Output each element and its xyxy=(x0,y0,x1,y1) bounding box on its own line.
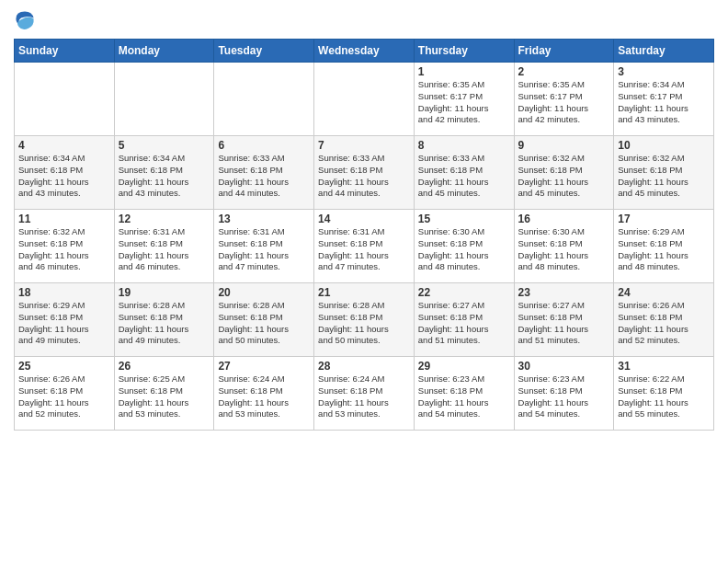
day-info: Sunrise: 6:22 AM Sunset: 6:18 PM Dayligh… xyxy=(618,373,710,420)
day-info: Sunrise: 6:28 AM Sunset: 6:18 PM Dayligh… xyxy=(119,300,210,347)
day-number: 17 xyxy=(618,213,710,225)
calendar-cell: 27Sunrise: 6:24 AM Sunset: 6:18 PM Dayli… xyxy=(214,357,314,431)
weekday-friday: Friday xyxy=(514,40,614,63)
day-number: 29 xyxy=(418,360,510,373)
calendar-cell: 11Sunrise: 6:32 AM Sunset: 6:18 PM Dayli… xyxy=(15,210,115,283)
day-info: Sunrise: 6:30 AM Sunset: 6:18 PM Dayligh… xyxy=(418,226,510,273)
calendar-cell xyxy=(15,63,115,136)
day-number: 21 xyxy=(318,286,410,299)
day-info: Sunrise: 6:27 AM Sunset: 6:18 PM Dayligh… xyxy=(418,300,510,347)
day-number: 5 xyxy=(119,139,210,152)
day-number: 6 xyxy=(218,139,310,152)
week-row-1: 4Sunrise: 6:34 AM Sunset: 6:18 PM Daylig… xyxy=(15,136,714,210)
calendar-cell: 19Sunrise: 6:28 AM Sunset: 6:18 PM Dayli… xyxy=(114,283,214,357)
day-info: Sunrise: 6:24 AM Sunset: 6:18 PM Dayligh… xyxy=(318,373,410,420)
day-number: 24 xyxy=(618,286,710,299)
weekday-header-row: SundayMondayTuesdayWednesdayThursdayFrid… xyxy=(15,40,714,63)
calendar-cell: 7Sunrise: 6:33 AM Sunset: 6:18 PM Daylig… xyxy=(314,136,415,210)
calendar-cell: 8Sunrise: 6:33 AM Sunset: 6:18 PM Daylig… xyxy=(414,136,514,210)
day-number: 11 xyxy=(18,213,110,225)
day-info: Sunrise: 6:32 AM Sunset: 6:18 PM Dayligh… xyxy=(518,153,610,200)
day-number: 9 xyxy=(518,139,610,152)
day-number: 30 xyxy=(518,360,610,373)
day-number: 20 xyxy=(218,286,310,299)
day-info: Sunrise: 6:24 AM Sunset: 6:18 PM Dayligh… xyxy=(218,373,310,420)
day-info: Sunrise: 6:34 AM Sunset: 6:17 PM Dayligh… xyxy=(618,79,710,126)
calendar-cell: 31Sunrise: 6:22 AM Sunset: 6:18 PM Dayli… xyxy=(614,357,714,431)
calendar-cell: 17Sunrise: 6:29 AM Sunset: 6:18 PM Dayli… xyxy=(614,210,714,283)
calendar-cell: 15Sunrise: 6:30 AM Sunset: 6:18 PM Dayli… xyxy=(414,210,514,283)
calendar-cell: 18Sunrise: 6:29 AM Sunset: 6:18 PM Dayli… xyxy=(15,283,115,357)
page: SundayMondayTuesdayWednesdayThursdayFrid… xyxy=(0,0,728,444)
day-info: Sunrise: 6:32 AM Sunset: 6:18 PM Dayligh… xyxy=(18,226,110,273)
day-info: Sunrise: 6:33 AM Sunset: 6:18 PM Dayligh… xyxy=(218,153,310,200)
logo xyxy=(14,9,40,31)
calendar-cell: 24Sunrise: 6:26 AM Sunset: 6:18 PM Dayli… xyxy=(614,283,714,357)
day-info: Sunrise: 6:23 AM Sunset: 6:18 PM Dayligh… xyxy=(518,373,610,420)
day-number: 1 xyxy=(418,65,510,78)
calendar-cell: 25Sunrise: 6:26 AM Sunset: 6:18 PM Dayli… xyxy=(15,357,115,431)
weekday-thursday: Thursday xyxy=(414,40,514,63)
calendar-cell: 21Sunrise: 6:28 AM Sunset: 6:18 PM Dayli… xyxy=(314,283,415,357)
day-info: Sunrise: 6:30 AM Sunset: 6:18 PM Dayligh… xyxy=(518,226,610,273)
week-row-4: 25Sunrise: 6:26 AM Sunset: 6:18 PM Dayli… xyxy=(15,357,714,431)
calendar-cell: 22Sunrise: 6:27 AM Sunset: 6:18 PM Dayli… xyxy=(414,283,514,357)
day-number: 28 xyxy=(318,360,410,373)
day-number: 22 xyxy=(418,286,510,299)
calendar-cell xyxy=(314,63,415,136)
weekday-saturday: Saturday xyxy=(614,40,714,63)
calendar-table: SundayMondayTuesdayWednesdayThursdayFrid… xyxy=(14,39,714,431)
day-info: Sunrise: 6:33 AM Sunset: 6:18 PM Dayligh… xyxy=(318,153,410,200)
day-info: Sunrise: 6:29 AM Sunset: 6:18 PM Dayligh… xyxy=(18,300,110,347)
weekday-sunday: Sunday xyxy=(15,40,115,63)
day-number: 12 xyxy=(119,213,210,225)
calendar-cell: 3Sunrise: 6:34 AM Sunset: 6:17 PM Daylig… xyxy=(614,63,714,136)
header xyxy=(14,9,714,31)
day-info: Sunrise: 6:23 AM Sunset: 6:18 PM Dayligh… xyxy=(418,373,510,420)
day-info: Sunrise: 6:32 AM Sunset: 6:18 PM Dayligh… xyxy=(618,153,710,200)
calendar-cell: 29Sunrise: 6:23 AM Sunset: 6:18 PM Dayli… xyxy=(414,357,514,431)
week-row-2: 11Sunrise: 6:32 AM Sunset: 6:18 PM Dayli… xyxy=(15,210,714,283)
calendar-cell: 30Sunrise: 6:23 AM Sunset: 6:18 PM Dayli… xyxy=(514,357,614,431)
weekday-tuesday: Tuesday xyxy=(214,40,314,63)
calendar-cell: 28Sunrise: 6:24 AM Sunset: 6:18 PM Dayli… xyxy=(314,357,415,431)
day-info: Sunrise: 6:35 AM Sunset: 6:17 PM Dayligh… xyxy=(418,79,510,126)
day-info: Sunrise: 6:34 AM Sunset: 6:18 PM Dayligh… xyxy=(18,153,110,200)
day-number: 2 xyxy=(518,65,610,78)
day-number: 18 xyxy=(18,286,110,299)
calendar-cell: 23Sunrise: 6:27 AM Sunset: 6:18 PM Dayli… xyxy=(514,283,614,357)
day-number: 26 xyxy=(119,360,210,373)
weekday-wednesday: Wednesday xyxy=(314,40,415,63)
calendar-cell: 12Sunrise: 6:31 AM Sunset: 6:18 PM Dayli… xyxy=(114,210,214,283)
calendar-cell: 4Sunrise: 6:34 AM Sunset: 6:18 PM Daylig… xyxy=(15,136,115,210)
calendar-cell: 20Sunrise: 6:28 AM Sunset: 6:18 PM Dayli… xyxy=(214,283,314,357)
day-number: 4 xyxy=(18,139,110,152)
logo-icon xyxy=(14,9,36,31)
day-number: 27 xyxy=(218,360,310,373)
week-row-3: 18Sunrise: 6:29 AM Sunset: 6:18 PM Dayli… xyxy=(15,283,714,357)
day-info: Sunrise: 6:26 AM Sunset: 6:18 PM Dayligh… xyxy=(618,300,710,347)
calendar-cell: 14Sunrise: 6:31 AM Sunset: 6:18 PM Dayli… xyxy=(314,210,415,283)
day-info: Sunrise: 6:27 AM Sunset: 6:18 PM Dayligh… xyxy=(518,300,610,347)
calendar-cell: 1Sunrise: 6:35 AM Sunset: 6:17 PM Daylig… xyxy=(414,63,514,136)
day-number: 16 xyxy=(518,213,610,225)
calendar-cell: 9Sunrise: 6:32 AM Sunset: 6:18 PM Daylig… xyxy=(514,136,614,210)
day-number: 14 xyxy=(318,213,410,225)
day-info: Sunrise: 6:35 AM Sunset: 6:17 PM Dayligh… xyxy=(518,79,610,126)
calendar-cell: 6Sunrise: 6:33 AM Sunset: 6:18 PM Daylig… xyxy=(214,136,314,210)
day-number: 13 xyxy=(218,213,310,225)
calendar-cell: 26Sunrise: 6:25 AM Sunset: 6:18 PM Dayli… xyxy=(114,357,214,431)
day-info: Sunrise: 6:31 AM Sunset: 6:18 PM Dayligh… xyxy=(318,226,410,273)
day-info: Sunrise: 6:26 AM Sunset: 6:18 PM Dayligh… xyxy=(18,373,110,420)
day-info: Sunrise: 6:34 AM Sunset: 6:18 PM Dayligh… xyxy=(119,153,210,200)
calendar-cell xyxy=(114,63,214,136)
day-number: 31 xyxy=(618,360,710,373)
day-number: 3 xyxy=(618,65,710,78)
day-info: Sunrise: 6:28 AM Sunset: 6:18 PM Dayligh… xyxy=(318,300,410,347)
day-number: 15 xyxy=(418,213,510,225)
calendar-cell xyxy=(214,63,314,136)
day-info: Sunrise: 6:33 AM Sunset: 6:18 PM Dayligh… xyxy=(418,153,510,200)
calendar-cell: 13Sunrise: 6:31 AM Sunset: 6:18 PM Dayli… xyxy=(214,210,314,283)
calendar-cell: 5Sunrise: 6:34 AM Sunset: 6:18 PM Daylig… xyxy=(114,136,214,210)
calendar-cell: 2Sunrise: 6:35 AM Sunset: 6:17 PM Daylig… xyxy=(514,63,614,136)
